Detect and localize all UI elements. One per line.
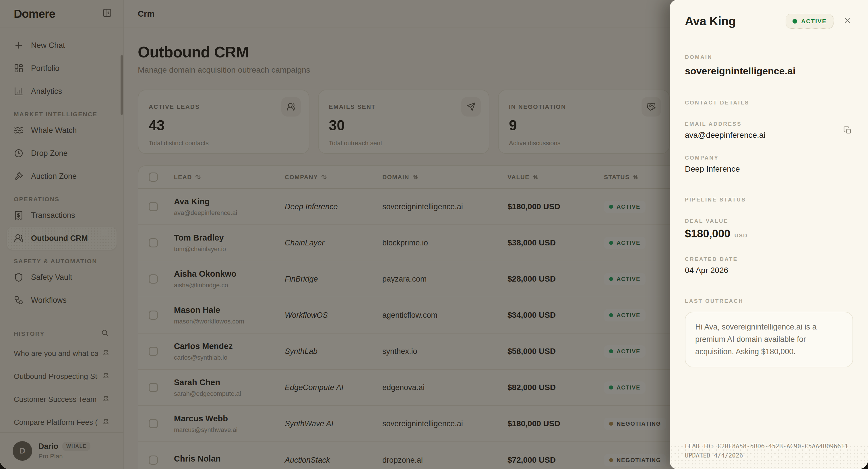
close-icon [843, 16, 852, 27]
deal-currency: USD [735, 232, 748, 239]
copy-email-button[interactable] [842, 125, 853, 138]
status-badge: ACTIVE [786, 14, 834, 29]
company-value: Deep Inference [685, 164, 853, 174]
app-window: Domere New Chat Portfolio Analytics MARK… [0, 0, 868, 469]
panel-title: Ava King [685, 14, 736, 28]
company-label: COMPANY [685, 155, 853, 161]
panel-footer: LEAD ID: C2BE8A58-5BD6-452B-AC90-C5AA4B0… [685, 442, 853, 460]
deal-value: $180,000 [685, 228, 731, 240]
email-value: ava@deepinference.ai [685, 131, 766, 140]
pipeline-status-header: PIPELINE STATUS [685, 197, 853, 203]
updated-date: UPDATED 4/4/2026 [685, 451, 853, 460]
deal-value-label: DEAL VALUE [685, 218, 853, 224]
email-label: EMAIL ADDRESS [685, 121, 853, 127]
domain-value: sovereignintelligence.ai [685, 65, 853, 76]
created-date-value: 04 Apr 2026 [685, 266, 853, 275]
status-label: ACTIVE [801, 18, 827, 25]
close-panel-button[interactable] [842, 14, 853, 28]
outreach-message: Hi Ava, sovereignintelligence.ai is a pr… [685, 312, 853, 367]
lead-detail-panel: Ava King ACTIVE DOMAIN sovereignintellig… [670, 0, 868, 469]
lead-id: LEAD ID: C2BE8A58-5BD6-452B-AC90-C5AA4B0… [685, 442, 853, 451]
contact-details-header: CONTACT DETAILS [685, 100, 853, 106]
last-outreach-header: LAST OUTREACH [685, 298, 853, 304]
status-dot [793, 19, 797, 24]
created-date-label: CREATED DATE [685, 256, 853, 262]
copy-icon [843, 126, 852, 137]
domain-label: DOMAIN [685, 54, 853, 60]
